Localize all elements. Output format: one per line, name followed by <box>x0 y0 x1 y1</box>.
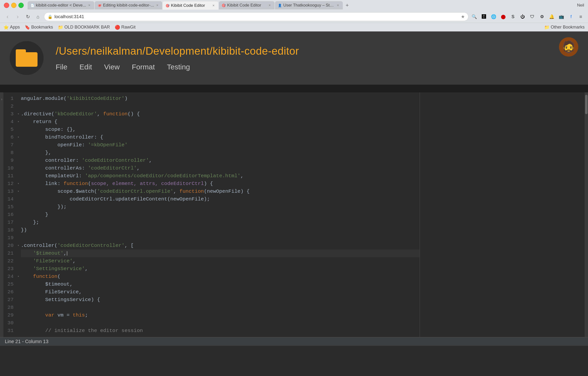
nav-home-button[interactable]: ⌂ <box>34 12 42 21</box>
url-bar[interactable]: 🔒 localhost:3141 ★ <box>44 12 468 21</box>
code-editor[interactable]: angular.module('kibibitCodeEditor') ▾ .d… <box>17 92 420 337</box>
app-path: /Users/neilkalman/Development/kibibit-co… <box>56 45 299 57</box>
code-line-29: var vm = this; <box>21 312 420 319</box>
app-container: /Users/neilkalman/Development/kibibit-co… <box>0 31 588 346</box>
app-header-info: /Users/neilkalman/Development/kibibit-co… <box>56 45 299 71</box>
old-bar-folder-icon: 📁 <box>58 25 63 30</box>
user-avatar: 🧔 <box>559 37 578 57</box>
code-line-31: // initialize the editor session <box>21 327 420 335</box>
app-menu-bar: File Edit View Format Testing <box>56 63 299 71</box>
code-line-17: }; <box>21 219 420 226</box>
code-line-11: templateUrl: 'app/components/codeEditor/… <box>21 172 420 180</box>
line-number-11: 11 <box>3 172 17 180</box>
tab-3[interactable]: 🎯 Kibibit Code Editor ✕ <box>163 1 218 10</box>
traffic-lights <box>2 3 26 8</box>
line-number-4: 4 <box>3 118 17 126</box>
tab-2[interactable]: 🐙 Editing kibibit-code-editor-... ✕ <box>95 1 162 10</box>
minimize-button[interactable] <box>11 3 16 8</box>
tab-1-close[interactable]: ✕ <box>87 3 91 7</box>
nav-forward-button[interactable]: › <box>13 12 22 21</box>
tab-4-close[interactable]: ✕ <box>268 3 272 7</box>
line-number-14: 14 <box>3 195 17 203</box>
scrollbar-thumb[interactable] <box>585 95 588 114</box>
line-number-24: 24 <box>3 273 17 281</box>
browser-action-fb[interactable]: f <box>567 13 575 21</box>
tab-4[interactable]: 🎯 Kibibit Code Editor ✕ <box>219 1 274 10</box>
tab-3-close[interactable]: ✕ <box>212 4 216 8</box>
browser-action-stylish[interactable]: S <box>509 13 517 21</box>
rawgit-icon: 🔴 <box>115 25 120 30</box>
code-line-15: }); <box>21 203 420 211</box>
code-line-8: }, <box>21 149 420 157</box>
line-number-23: 23 <box>3 265 17 273</box>
code-line-6: ▾ bindToController: { <box>21 134 420 141</box>
browser-action-cast[interactable]: 📺 <box>557 13 565 21</box>
right-panel <box>420 92 585 337</box>
browser-action-translate[interactable]: 🌐 <box>490 13 498 21</box>
folder-icon <box>16 49 38 67</box>
line-number-16: 16 <box>3 211 17 219</box>
bookmark-apps[interactable]: ⭐ Apps <box>3 25 20 30</box>
line-number-22: 22 <box>3 257 17 265</box>
menu-item-file[interactable]: File <box>56 63 67 71</box>
browser-action-bell[interactable]: 🔔 <box>548 13 555 21</box>
line-numbers-gutter: 1 2 3 4 5 6 7 8 9 10 11 12 13 14 15 16 1… <box>3 92 17 337</box>
title-bar: 📄 kibibit-code-editor < Deve... ✕ 🐙 Edit… <box>0 0 588 11</box>
tab-3-favicon: 🎯 <box>166 4 169 8</box>
menu-item-format[interactable]: Format <box>132 63 155 71</box>
line-number-5: 5 <box>3 126 17 134</box>
tab-5-close[interactable]: ✕ <box>336 3 340 7</box>
line-number-17: 17 <box>3 219 17 226</box>
close-button[interactable] <box>4 3 9 8</box>
browser-action-bitwarden[interactable]: 🛡 <box>528 13 536 21</box>
code-line-1: angular.module('kibibitCodeEditor') <box>21 95 420 103</box>
line-number-31: 31 <box>3 327 17 335</box>
left-collapse-handle[interactable]: › <box>0 92 3 337</box>
menu-item-testing[interactable]: Testing <box>167 63 190 71</box>
bookmark-rawgit[interactable]: 🔴 RawGit <box>115 25 136 30</box>
line-number-8: 8 <box>3 149 17 157</box>
new-tab-button[interactable]: + <box>343 1 351 9</box>
code-line-21: '$timeout', <box>21 250 420 257</box>
tab-5[interactable]: 👤 User Thatkookooguy – Sta... ✕ <box>275 1 343 10</box>
nav-back-button[interactable]: ‹ <box>3 12 12 21</box>
bookmarks-icon: 🔖 <box>25 25 30 30</box>
url-star-icon[interactable]: ★ <box>461 14 465 19</box>
tab-2-favicon: 🐙 <box>98 4 101 7</box>
code-line-5: scope: {}, <box>21 126 420 134</box>
browser-action-power[interactable]: ⏻ <box>519 13 526 21</box>
browser-action-search[interactable]: 🔍 <box>470 13 478 21</box>
url-lock-icon: 🔒 <box>48 14 53 19</box>
nav-refresh-button[interactable]: ↻ <box>24 12 32 21</box>
status-bar: Line 21 - Column 13 <box>0 337 588 346</box>
browser-action-lastpass[interactable]: ⬤ <box>499 13 507 21</box>
editor-area: › 1 2 3 4 5 6 7 8 9 10 11 12 13 14 15 16… <box>0 92 588 337</box>
line-number-20: 20 <box>3 242 17 250</box>
tab-1[interactable]: 📄 kibibit-code-editor < Deve... ✕ <box>28 1 94 10</box>
browser-menu-button[interactable]: ≡ <box>577 13 585 21</box>
code-line-20: ▾ .controller('codeEditorController', [ <box>21 242 420 250</box>
bookmark-bookmarks[interactable]: 🔖 Bookmarks <box>25 25 53 30</box>
app-logo-circle <box>10 41 44 75</box>
bookmark-old-bar[interactable]: 📁 OLD BOOKMARK BAR <box>58 25 110 30</box>
line-number-30: 30 <box>3 319 17 327</box>
menu-item-view[interactable]: View <box>104 63 120 71</box>
scrollbar-track[interactable] <box>585 92 588 337</box>
line-number-3: 3 <box>3 110 17 118</box>
bookmark-apps-label: Apps <box>10 25 20 30</box>
code-line-19 <box>21 234 420 242</box>
tabs-container: 📄 kibibit-code-editor < Deve... ✕ 🐙 Edit… <box>28 0 586 11</box>
other-bookmarks-button[interactable]: 📁 Other Bookmarks <box>544 25 585 30</box>
browser-action-misc1[interactable]: ⚙ <box>538 13 546 21</box>
tab-2-close[interactable]: ✕ <box>155 3 159 7</box>
user-profile-button[interactable]: Neil <box>575 3 586 8</box>
line-number-15: 15 <box>3 203 17 211</box>
menu-item-edit[interactable]: Edit <box>79 63 92 71</box>
maximize-button[interactable] <box>18 3 24 8</box>
code-line-28 <box>21 304 420 312</box>
line-number-21: 21 <box>3 250 17 257</box>
address-bar-row: ‹ › ↻ ⌂ 🔒 localhost:3141 ★ 🔍 🅾 🌐 ⬤ S ⏻ 🛡… <box>0 11 588 23</box>
apps-icon: ⭐ <box>3 25 9 30</box>
code-line-2 <box>21 103 420 110</box>
browser-action-opera[interactable]: 🅾 <box>480 13 488 21</box>
